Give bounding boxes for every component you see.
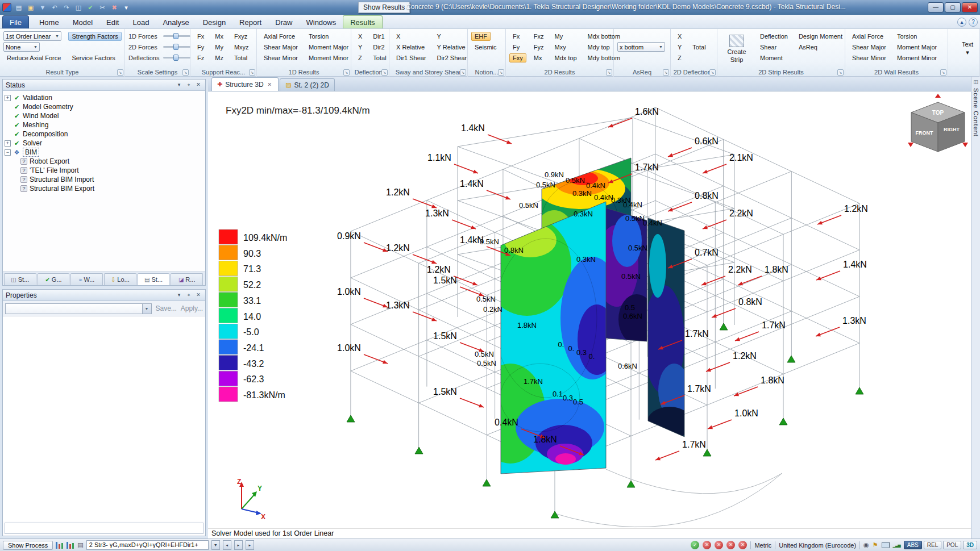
panel-tab-3[interactable]: ⇩Lo... — [104, 273, 136, 285]
status-tree-item-robot-export[interactable]: ?Robot Export — [20, 157, 204, 166]
cube-rotate-arrow[interactable] — [962, 143, 968, 147]
status-tree-item-decomposition[interactable]: ✔Decomposition — [5, 130, 204, 139]
menu-tab-results[interactable]: Results — [343, 15, 382, 28]
ribbon-button-strength-factors[interactable]: Strength Factors — [68, 32, 121, 41]
dialog-launcher-icon[interactable]: ↘ — [940, 69, 946, 76]
ribbon-dropdown-none[interactable]: None▼ — [3, 42, 40, 52]
ribbon-button-moment-major[interactable]: Moment Major — [305, 43, 352, 52]
ribbon-button-total[interactable]: Total — [369, 53, 389, 62]
mode-button-rel[interactable]: REL — [924, 541, 941, 549]
dialog-launcher-icon[interactable]: ↘ — [343, 69, 350, 76]
ribbon-button-dir2[interactable]: Dir2 — [369, 43, 388, 52]
flag-icon[interactable]: ⚑ — [873, 541, 878, 549]
process-chart-icon[interactable] — [56, 542, 64, 549]
properties-dropdown[interactable]: ▼ — [5, 303, 152, 314]
menu-tab-windows[interactable]: Windows — [299, 16, 343, 28]
cube-rotate-arrow[interactable] — [935, 94, 941, 98]
slider-thumb[interactable] — [173, 44, 178, 50]
mode-button-abs[interactable]: ABS — [904, 541, 922, 549]
view-tab-st-2-2-2d[interactable]: ▨St. 2 (2) 2D — [280, 78, 335, 91]
ribbon-button-mz[interactable]: Mz — [211, 53, 227, 62]
menu-tab-draw[interactable]: Draw — [268, 16, 299, 28]
ribbon-button-y[interactable]: Y — [355, 43, 366, 52]
ribbon-button-moment-minor[interactable]: Moment Minor — [305, 53, 352, 62]
delete-icon[interactable]: ✖ — [109, 2, 119, 12]
ribbon-button-my[interactable]: My — [211, 43, 227, 52]
ribbon-button-mdy-top[interactable]: Mdy top — [584, 43, 613, 52]
status-tree-item-bim[interactable]: −❖BIM — [5, 148, 204, 157]
dialog-launcher-icon[interactable]: ↘ — [663, 69, 669, 76]
pin-icon[interactable]: ⌖ — [185, 81, 193, 89]
tree-expander-icon[interactable]: + — [5, 95, 11, 101]
ribbon-button-mdx-top[interactable]: Mdx top — [551, 53, 580, 62]
mode-button-3d[interactable]: 3D — [963, 541, 977, 549]
minimize-button[interactable]: — — [928, 2, 944, 12]
dialog-launcher-icon[interactable]: ↘ — [460, 69, 466, 76]
dialog-launcher-icon[interactable]: ↘ — [498, 69, 504, 76]
ribbon-button-shear-minor[interactable]: Shear Minor — [849, 53, 890, 62]
menu-tab-file[interactable]: File — [2, 15, 29, 28]
units-indicator[interactable]: Metric — [754, 542, 771, 549]
dialog-launcher-icon[interactable]: ↘ — [709, 69, 716, 76]
minimize-ribbon-icon[interactable]: ▴ — [957, 18, 966, 27]
check-icon[interactable]: ✔ — [85, 2, 95, 12]
close-panel-icon[interactable]: ✕ — [194, 81, 202, 89]
panel-tab-5[interactable]: ◪R... — [171, 273, 203, 285]
ribbon-button-dir1-shear[interactable]: Dir1 Shear — [393, 53, 430, 62]
pin-icon[interactable]: ⌖ — [185, 291, 193, 299]
combo-dropdown-arrow[interactable]: ▼ — [211, 540, 220, 550]
ribbon-button-deflection[interactable]: Deflection — [757, 32, 791, 41]
tree-expander-icon[interactable]: + — [5, 140, 11, 147]
ribbon-button-moment[interactable]: Moment — [757, 53, 786, 62]
status-tree-item-structural-bim-export[interactable]: ?Structural BIM Export — [20, 184, 204, 193]
collapse-icon[interactable]: ▾ — [175, 291, 183, 299]
dialog-launcher-icon[interactable]: ↘ — [837, 69, 844, 76]
ribbon-button-fy[interactable]: Fy — [194, 43, 207, 52]
ribbon-button-mx[interactable]: Mx — [211, 32, 227, 41]
close-button[interactable]: ✕ — [962, 2, 978, 12]
scale-slider[interactable] — [163, 32, 190, 40]
signal-icon[interactable]: ▁▃▅ — [893, 543, 900, 548]
cut-icon[interactable]: ✂ — [97, 2, 107, 12]
ribbon-button-my[interactable]: My — [551, 32, 566, 41]
ribbon-button-asreq[interactable]: AsReq — [795, 43, 821, 52]
dialog-launcher-icon[interactable]: ↘ — [606, 69, 612, 76]
design-code-indicator[interactable]: United Kingdom (Eurocode) — [779, 542, 856, 549]
save-icon[interactable]: ▼ — [38, 2, 48, 12]
collapse-icon[interactable]: ▾ — [175, 81, 183, 89]
apply-properties-button[interactable]: Apply... — [181, 304, 203, 312]
more-icon[interactable]: ▾ — [121, 2, 131, 12]
ribbon-button-dir1[interactable]: Dir1 — [369, 32, 388, 41]
ribbon-button-moment-minor[interactable]: Moment Minor — [894, 53, 940, 62]
menu-tab-report[interactable]: Report — [232, 16, 268, 28]
model-canvas[interactable]: 1.4kN1.6kN0.6kN2.1kN1.1kN1.7kN1.4kN1.2kN… — [208, 91, 971, 528]
close-panel-icon[interactable]: ✕ — [194, 291, 202, 299]
ribbon-bigbutton-text[interactable]: Text▾ — [952, 38, 980, 56]
ribbon-dropdown-x-bottom[interactable]: x bottom▼ — [617, 42, 665, 52]
ribbon-button-fz[interactable]: Fz — [194, 53, 207, 62]
ribbon-button-y-relative[interactable]: Y Relative — [434, 43, 469, 52]
status-tree-item-validation[interactable]: +✔Validation — [5, 93, 204, 102]
ribbon-button-reduce-axial-force[interactable]: Reduce Axial Force — [3, 53, 64, 62]
ribbon-button-fx[interactable]: Fx — [194, 32, 207, 41]
ribbon-button-seismic[interactable]: Seismic — [471, 43, 500, 52]
view-tab-structure-3d[interactable]: ✚Structure 3D✕ — [211, 77, 279, 91]
menu-tab-edit[interactable]: Edit — [99, 16, 126, 28]
mode-button-pol[interactable]: POL — [943, 541, 961, 549]
ribbon-button-dir2-shear[interactable]: Dir2 Shear — [434, 53, 471, 62]
ribbon-button-ehf[interactable]: EHF — [471, 32, 491, 41]
dialog-launcher-icon[interactable]: ↘ — [117, 69, 123, 76]
slider-thumb[interactable] — [173, 55, 178, 61]
paste-icon[interactable]: ◫ — [73, 2, 84, 12]
open-icon[interactable]: ▣ — [26, 2, 36, 12]
new-icon[interactable]: ▤ — [14, 2, 24, 12]
ribbon-button-shear-major[interactable]: Shear Major — [260, 43, 301, 52]
status-tree-item-solver[interactable]: +✔Solver — [5, 139, 204, 148]
menu-tab-home[interactable]: Home — [32, 16, 66, 28]
ribbon-button-axial-force[interactable]: Axial Force — [849, 32, 887, 41]
loadcase-combo[interactable]: 2 Str3- γG,maxD+γQI+γQRI+EHFDir1+ — [86, 540, 209, 550]
status-tree-item-structural-bim-import[interactable]: ?Structural BIM Import — [20, 175, 204, 184]
ribbon-button-fxz[interactable]: Fxz — [530, 32, 547, 41]
monitor-icon[interactable] — [882, 542, 890, 548]
help-icon[interactable]: ? — [969, 18, 978, 27]
